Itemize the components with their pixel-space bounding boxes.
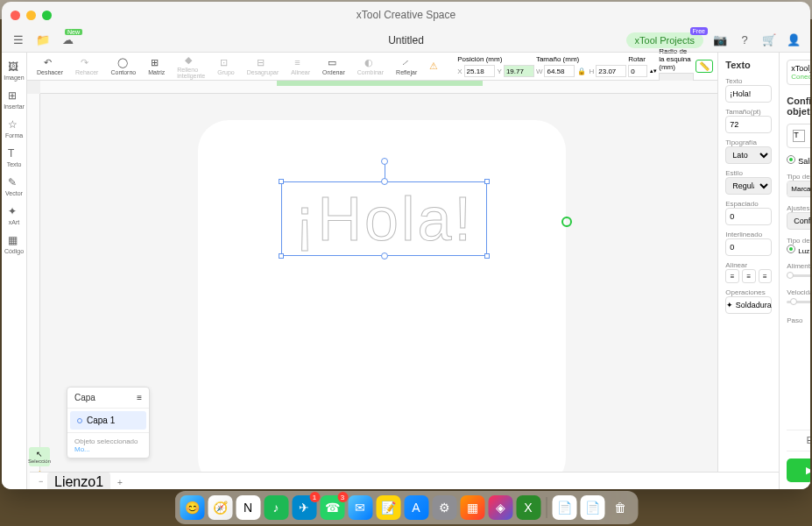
combine-button[interactable]: ◐Combinar (352, 55, 389, 77)
dock-xtool[interactable]: X (516, 495, 540, 520)
maximize-button[interactable] (42, 11, 52, 20)
matrix-button[interactable]: ⊞Matriz (143, 55, 170, 77)
order-button[interactable]: ▭Ordenar (317, 55, 350, 77)
dock-mail[interactable]: ✉ (348, 495, 372, 520)
sidebar-insertar[interactable]: ⊞Insertar (2, 86, 26, 113)
welding-button[interactable]: ✦Soldadura (725, 296, 772, 314)
canvas-tab[interactable]: Lienzo1 (47, 473, 110, 489)
layer-visibility-icon[interactable] (77, 418, 82, 423)
lock-icon[interactable]: 🔒 (577, 68, 586, 75)
add-tab-button[interactable]: + (117, 478, 123, 487)
device-box[interactable]: xTool_F1_0e9e... Conecta el dispositivo (787, 60, 810, 85)
close-button[interactable] (11, 11, 20, 20)
folder-icon[interactable]: 📁 (35, 32, 51, 48)
xtool-projects-button[interactable]: xTool Projects Free (626, 32, 703, 48)
artboard[interactable] (198, 120, 566, 488)
dock-appstore[interactable]: A (404, 495, 428, 520)
warning-button[interactable]: ⚠ (424, 59, 447, 75)
sidebar-imagen[interactable]: 🖼Imagen (2, 57, 26, 84)
resize-handle-top[interactable] (381, 178, 388, 185)
dock-notes[interactable]: 📝 (376, 495, 400, 520)
resize-handle-bl[interactable] (279, 253, 284, 259)
outline-button[interactable]: ◯Contorno (105, 55, 141, 77)
combine-icon: ◐ (364, 57, 377, 69)
canvas-area[interactable]: ¡Hola! ↖Selección ✋Mano Capa≡ Capa 1 Obj… (27, 81, 717, 489)
ruler-icon[interactable]: 📏 (695, 60, 713, 73)
spacing-input[interactable] (725, 208, 772, 225)
rotate-input[interactable] (628, 65, 647, 77)
style-select[interactable]: Regular (725, 177, 772, 195)
dock-launchpad[interactable]: ▦ (460, 495, 484, 520)
align-right-button[interactable]: ≡ (759, 269, 773, 283)
selection-tool[interactable]: ↖Selección (29, 447, 50, 466)
dock-shortcuts[interactable]: ◈ (488, 495, 512, 520)
speed-slider[interactable] (787, 301, 810, 303)
output-radio[interactable]: Salida (787, 155, 810, 166)
sidebar-forma[interactable]: ☆Forma (2, 115, 26, 142)
canvas-text-content[interactable]: ¡Hola! (282, 182, 486, 257)
font-select[interactable]: Lato (725, 146, 772, 164)
redo-button[interactable]: ↷Rehacer (70, 55, 103, 77)
layer-item-1[interactable]: Capa 1 (70, 411, 146, 430)
dock-spotify[interactable]: ♪ (264, 495, 288, 520)
resize-handle-tr[interactable] (484, 179, 490, 184)
camera-icon[interactable]: 📷 (712, 32, 728, 48)
shape-icon: ☆ (8, 118, 20, 131)
mark-tab[interactable]: Marcar (787, 181, 810, 196)
layers-more-link[interactable]: Mo... (74, 445, 90, 453)
undo-button[interactable]: ↶Deshacer (32, 55, 68, 77)
y-input[interactable] (504, 65, 534, 77)
minimize-button[interactable] (26, 11, 36, 20)
avatar-icon[interactable]: 👤 (786, 32, 801, 48)
x-input[interactable] (464, 65, 495, 77)
vertical-ruler[interactable] (27, 94, 40, 489)
layers-menu-icon[interactable]: ≡ (137, 393, 142, 402)
power-slider[interactable] (787, 274, 810, 277)
dock-telegram[interactable]: ✈1 (292, 495, 316, 520)
help-icon[interactable]: ? (737, 32, 752, 48)
layers-panel[interactable]: Capa≡ Capa 1 Objeto seleccionado Mo... (67, 387, 150, 458)
text-object-selection[interactable]: ¡Hola! (281, 181, 487, 256)
hamburger-icon[interactable]: ☰ (11, 32, 26, 48)
horizontal-ruler[interactable] (40, 81, 717, 94)
resize-handle-tl[interactable] (279, 179, 284, 184)
dock-trash[interactable]: 🗑 (608, 495, 632, 520)
dock-notion[interactable]: N (236, 495, 260, 520)
document-title[interactable]: Untitled (388, 34, 424, 46)
blue-laser-radio[interactable]: Luz azul (787, 245, 810, 255)
sidebar-xart[interactable]: ✦xArt (2, 202, 26, 229)
resize-handle-bottom[interactable] (381, 252, 388, 259)
text-value-input[interactable] (725, 85, 772, 103)
dock-file2[interactable]: 📄 (580, 495, 604, 520)
sidebar-vector[interactable]: ✎Vector (2, 173, 26, 200)
align-center-button[interactable]: ≡ (742, 269, 756, 283)
reflect-button[interactable]: ⟋Reflejar (391, 55, 422, 77)
connect-device-link[interactable]: Conecta el dispositivo (791, 73, 810, 81)
w-input[interactable] (544, 65, 575, 77)
dock-safari[interactable]: 🧭 (208, 495, 232, 520)
align-left-button[interactable]: ≡ (725, 269, 739, 283)
cart-icon[interactable]: 🛒 (761, 32, 777, 48)
dock-whatsapp[interactable]: ☎3 (320, 495, 344, 520)
rotate-indicator-icon[interactable] (561, 217, 572, 227)
rotate-handle[interactable] (381, 158, 388, 165)
smartfill-button[interactable]: ◆Relleno inteligente (172, 53, 210, 81)
process-button[interactable]: ▶ Procesar (787, 458, 810, 482)
dock-finder[interactable]: 😊 (180, 495, 204, 520)
group-button[interactable]: ⊡Grupo (212, 55, 239, 77)
sidebar-texto[interactable]: TTexto (2, 144, 26, 171)
object-type-button[interactable]: T Texto (787, 124, 810, 148)
settings-select[interactable]: Configuración ma... (787, 212, 810, 230)
dock-settings[interactable]: ⚙ (432, 495, 456, 520)
align-button[interactable]: ≡Alinear (286, 55, 315, 77)
frame-button[interactable]: Encuadre ⋯ (787, 430, 810, 451)
font-size-input[interactable] (725, 116, 772, 133)
ungroup-button[interactable]: ⊟Desagrupar (242, 55, 285, 77)
h-input[interactable] (596, 65, 626, 77)
resize-handle-br[interactable] (484, 253, 490, 259)
rotate-stepper-icon[interactable]: ▴▾ (650, 68, 657, 75)
dock-file1[interactable]: 📄 (552, 495, 576, 520)
leading-input[interactable] (725, 238, 772, 256)
cloud-icon[interactable]: ☁New (60, 32, 75, 48)
sidebar-codigo[interactable]: ▦Código (2, 231, 26, 258)
